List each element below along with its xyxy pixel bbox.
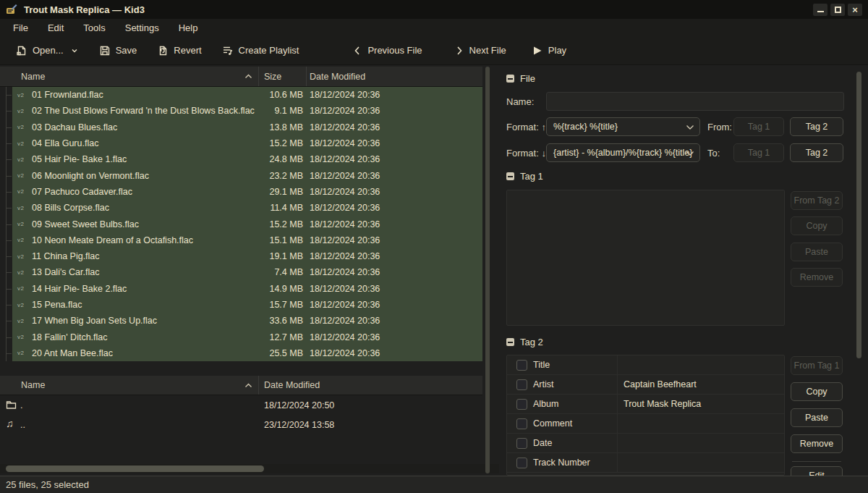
file-size: 10.6 MB bbox=[259, 90, 307, 100]
horizontal-scrollbar[interactable] bbox=[0, 464, 499, 473]
tag2-from-tag1-button[interactable]: From Tag 1 bbox=[791, 356, 843, 375]
tag1-paste-button[interactable]: Paste bbox=[791, 243, 843, 261]
vertical-scrollbar[interactable] bbox=[856, 69, 861, 472]
menu-edit[interactable]: Edit bbox=[43, 21, 68, 35]
field-checkbox[interactable] bbox=[516, 360, 527, 371]
file-row[interactable]: v2 06 Moonlight on Vermont.flac 23.2 MB … bbox=[0, 167, 482, 183]
file-row[interactable]: v2 14 Hair Pie- Bake 2.flac 14.9 MB 18/1… bbox=[0, 281, 482, 297]
tag2-copy-button[interactable]: Copy bbox=[791, 382, 843, 401]
tag1-remove-button[interactable]: Remove bbox=[791, 268, 843, 287]
create-playlist-button[interactable]: Create Playlist bbox=[218, 41, 304, 60]
field-label: Artist bbox=[533, 379, 616, 389]
file-row[interactable]: v2 01 Frownland.flac 10.6 MB 18/12/2024 … bbox=[0, 87, 482, 103]
field-checkbox[interactable] bbox=[516, 438, 527, 449]
maximize-button[interactable] bbox=[830, 4, 845, 16]
field-checkbox[interactable] bbox=[516, 458, 527, 468]
file-size: 13.8 MB bbox=[259, 122, 307, 132]
to-tag1-button[interactable]: Tag 1 bbox=[733, 143, 784, 162]
tag-v2-indicator: v2 bbox=[17, 156, 24, 163]
tree-branch bbox=[0, 232, 12, 248]
file-row[interactable]: v2 13 Dali's Car.flac 7.4 MB 18/12/2024 … bbox=[0, 264, 482, 280]
field-checkbox[interactable] bbox=[516, 418, 527, 429]
file-column-modified[interactable]: Date Modified bbox=[307, 67, 482, 86]
file-list: v2 01 Frownland.flac 10.6 MB 18/12/2024 … bbox=[0, 87, 482, 361]
file-row[interactable]: v2 08 Bills Corpse.flac 11.4 MB 18/12/20… bbox=[0, 200, 482, 216]
file-size: 19.1 MB bbox=[259, 251, 307, 261]
file-row[interactable]: v2 18 Fallin' Ditch.flac 12.7 MB 18/12/2… bbox=[0, 329, 482, 345]
tag-panel: File Name: Format: ↑ %{track} %{title} F… bbox=[499, 67, 855, 476]
file-row[interactable]: v2 17 When Big Joan Sets Up.flac 33.6 MB… bbox=[0, 313, 482, 329]
from-tag1-button[interactable]: Tag 1 bbox=[733, 117, 784, 136]
open-dropdown-icon[interactable] bbox=[70, 46, 79, 55]
vertical-scrollbar-thumb[interactable] bbox=[856, 72, 861, 358]
field-checkbox[interactable] bbox=[516, 379, 527, 390]
dir-column-modified[interactable]: Date Modified bbox=[259, 376, 482, 395]
collapse-file-section-icon[interactable] bbox=[506, 75, 514, 83]
save-button[interactable]: Save bbox=[95, 41, 142, 60]
tag2-field-row: Artist Captain Beefheart bbox=[507, 375, 784, 395]
file-name: 15 Pena.flac bbox=[32, 300, 259, 310]
file-row[interactable]: v2 11 China Pig.flac 19.1 MB 18/12/2024 … bbox=[0, 248, 482, 264]
file-row[interactable]: v2 05 Hair Pie- Bake 1.flac 24.8 MB 18/1… bbox=[0, 151, 482, 167]
format-from-combobox[interactable]: %{track} %{title} bbox=[546, 117, 700, 136]
dir-column-name[interactable]: Name bbox=[0, 376, 259, 395]
file-row[interactable]: v2 20 Ant Man Bee.flac 25.5 MB 18/12/202… bbox=[0, 345, 482, 361]
tag2-remove-button[interactable]: Remove bbox=[791, 434, 843, 453]
from-tag2-button[interactable]: Tag 2 bbox=[790, 117, 843, 136]
app-icon bbox=[6, 4, 17, 15]
file-size: 15.2 MB bbox=[259, 219, 307, 229]
field-value[interactable]: Trout Mask Replica bbox=[616, 399, 701, 409]
collapse-tag1-section-icon[interactable] bbox=[506, 172, 514, 180]
dir-row-parent[interactable]: ♫ .. 23/12/2024 13:58 bbox=[0, 415, 482, 434]
tag-v2-indicator: v2 bbox=[17, 350, 24, 356]
dir-row-current[interactable]: . 18/12/2024 20:50 bbox=[0, 395, 482, 415]
file-name: 18 Fallin' Ditch.flac bbox=[32, 332, 259, 342]
revert-button[interactable]: Revert bbox=[153, 41, 205, 60]
file-row[interactable]: v2 10 Neon Meate Dream of a Octafish.fla… bbox=[0, 232, 482, 248]
close-button[interactable]: × bbox=[848, 4, 862, 16]
tree-branch bbox=[0, 264, 12, 280]
file-size: 25.5 MB bbox=[259, 348, 307, 358]
revert-icon bbox=[157, 45, 169, 56]
menu-settings[interactable]: Settings bbox=[121, 21, 163, 35]
to-tag2-button[interactable]: Tag 2 bbox=[790, 143, 843, 162]
file-name: 06 Moonlight on Vermont.flac bbox=[32, 171, 259, 181]
panel-splitter[interactable] bbox=[485, 67, 490, 473]
column-divider bbox=[617, 355, 618, 374]
file-row[interactable]: v2 02 The Dust Blows Forward 'n the Dust… bbox=[0, 103, 482, 119]
format-to-combobox[interactable]: {artist} - %{album}/%{track} %{title} bbox=[546, 143, 700, 162]
field-value[interactable]: Captain Beefheart bbox=[616, 379, 697, 389]
file-row[interactable]: v2 09 Sweet Sweet Bulbs.flac 15.2 MB 18/… bbox=[0, 216, 482, 232]
file-row[interactable]: v2 15 Pena.flac 15.7 MB 18/12/2024 20:36 bbox=[0, 297, 482, 313]
filename-input[interactable] bbox=[546, 92, 844, 111]
horizontal-scrollbar-thumb[interactable] bbox=[6, 465, 264, 472]
file-row[interactable]: v2 07 Pachuco Cadaver.flac 29.1 MB 18/12… bbox=[0, 184, 482, 200]
tag2-edit-button[interactable]: Edit bbox=[791, 466, 843, 476]
revert-label: Revert bbox=[174, 45, 201, 56]
file-row[interactable]: v2 03 Dachau Blues.flac 13.8 MB 18/12/20… bbox=[0, 119, 482, 135]
play-button[interactable]: Play bbox=[527, 41, 571, 60]
minimize-button[interactable] bbox=[813, 4, 827, 16]
menu-tools[interactable]: Tools bbox=[79, 21, 109, 35]
menu-file[interactable]: File bbox=[9, 21, 33, 35]
tree-branch bbox=[0, 281, 12, 297]
tag1-copy-button[interactable]: Copy bbox=[791, 216, 843, 235]
file-name: 13 Dali's Car.flac bbox=[32, 267, 259, 277]
menu-help[interactable]: Help bbox=[174, 21, 203, 35]
tag1-from-tag2-button[interactable]: From Tag 2 bbox=[791, 191, 843, 210]
tag2-paste-button[interactable]: Paste bbox=[791, 408, 843, 427]
file-column-name[interactable]: Name bbox=[0, 67, 259, 86]
tag2-field-row: Comment bbox=[507, 414, 784, 434]
open-button[interactable]: Open... bbox=[12, 41, 83, 60]
file-size: 11.4 MB bbox=[259, 203, 307, 213]
collapse-tag2-section-icon[interactable] bbox=[506, 338, 514, 346]
sort-ascending-icon bbox=[244, 382, 252, 389]
file-name: 20 Ant Man Bee.flac bbox=[32, 348, 259, 358]
file-size: 7.4 MB bbox=[259, 267, 307, 277]
next-file-button[interactable]: Next File bbox=[450, 41, 511, 60]
file-column-size[interactable]: Size bbox=[259, 67, 307, 86]
file-row[interactable]: v2 04 Ella Guru.flac 15.2 MB 18/12/2024 … bbox=[0, 135, 482, 151]
previous-file-button[interactable]: Previous File bbox=[348, 41, 426, 60]
field-checkbox[interactable] bbox=[516, 399, 527, 410]
tag-v2-indicator: v2 bbox=[17, 172, 24, 179]
